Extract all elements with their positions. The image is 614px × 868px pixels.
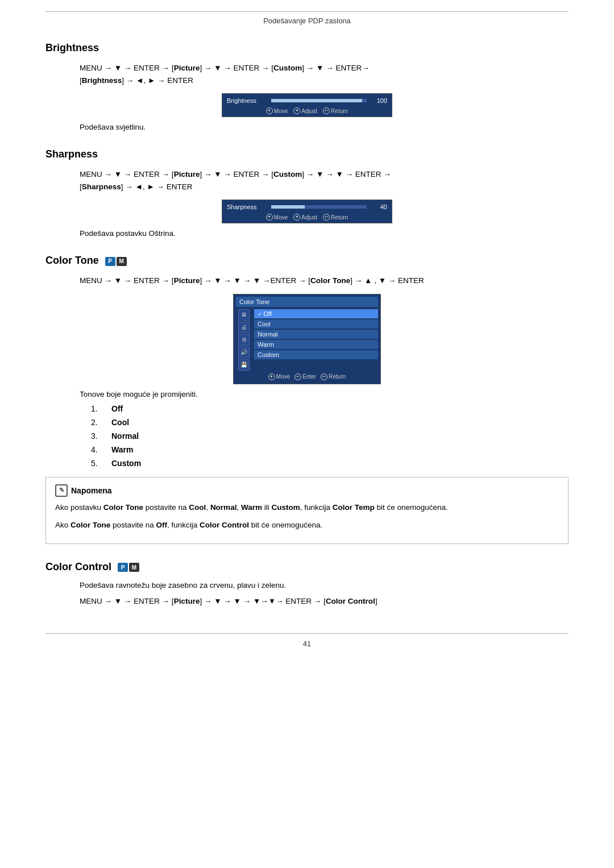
brightness-slider-track [271,99,367,102]
sharpness-instruction: MENU → ▼ → ENTER → [Picture] → ▼ → ENTER… [80,168,569,193]
colortone-section: Color Tone P M MENU → ▼ → ENTER → [Pictu… [45,255,569,543]
sharpness-section: Sharpness MENU → ▼ → ENTER → [Picture] →… [45,148,569,238]
brightness-slider-fill [271,99,362,102]
ct-option-warm: Warm [254,340,378,349]
colorcontrol-badge-p: P [118,563,128,572]
icon-print: 🖨 [238,322,250,333]
list-item: 5. Custom [91,459,569,468]
colortone-instruction: MENU → ▼ → ENTER → [Picture] → ▼ → ▼ → ▼… [80,275,569,287]
note-text-2: Ako Color Tone postavite na Off, funkcij… [55,519,559,532]
note-icon: ✎ [55,484,68,497]
icon-sound: 🔊 [238,347,250,358]
brightness-ctrl-return: ↩ Return [323,107,348,114]
page-number: 41 [45,639,569,648]
icon-monitor: 🖥 [238,309,250,321]
ct-ctrl-return: ↩ Return [321,373,346,380]
sharpness-description: Podešava postavku Oštrina. [80,229,569,238]
badge-m: M [117,257,127,266]
colorcontrol-description: Podešava ravnotežu boje zasebno za crven… [80,581,569,589]
brightness-instruction: MENU → ▼ → ENTER → [Picture] → ▼ → ENTER… [80,62,569,86]
note-title: ✎ Napomena [55,484,559,497]
ct-option-off: Off [254,309,378,318]
header-title: Podešavanje PDP zaslona [263,16,351,25]
colortone-screenshot: Color Tone 🖥 🖨 ⚙ 🔊 💾 Off Cool Normal War… [233,294,381,384]
ct-option-custom: Custom [254,350,378,359]
colortone-controls: ✦ Move ↵ Enter ↩ Return [236,372,378,381]
sharpness-screenshot: Sharpness 40 ✦ Move ✦ Adjust ↩ Return [222,200,392,223]
colorcontrol-heading: Color Control P M [45,561,569,573]
brightness-heading: Brightness [45,42,569,54]
brightness-screenshot: Brightness 100 ✦ Move ✦ Adjust ↩ Return [222,93,392,117]
sharpness-heading: Sharpness [45,148,569,160]
colortone-list: 1. Off 2. Cool 3. Normal 4. Warm 5. Cust… [91,404,569,468]
list-item: 4. Warm [91,445,569,454]
brightness-slider-value: 100 [371,97,387,104]
sharpness-slider-label: Sharpness [227,203,267,210]
list-item: 3. Normal [91,431,569,441]
colorcontrol-badge-m: M [129,563,139,572]
brightness-controls: ✦ Move ✦ Adjust ↩ Return [227,106,387,114]
sharpness-slider-fill [271,205,305,209]
colortone-screenshot-title: Color Tone [236,297,378,307]
colortone-icons: 🖥 🖨 ⚙ 🔊 💾 [236,308,252,372]
colorcontrol-badge: P M [118,563,139,572]
colortone-description: Tonove boje moguće je promijeniti. [80,390,569,398]
sharpness-ctrl-move: ✦ Move [266,214,288,221]
return-icon: ↩ [323,107,330,114]
sharpness-slider-value: 40 [371,203,387,210]
move-icon-2: ✦ [266,214,273,221]
brightness-slider-label: Brightness [227,97,267,104]
brightness-description: Podešava svjetlinu. [80,123,569,131]
ct-ctrl-move: ✦ Move [268,373,290,380]
colortone-options: Off Cool Normal Warm Custom [254,308,378,372]
icon-settings: ⚙ [238,334,250,346]
colorcontrol-instruction: MENU → ▼ → ENTER → [Picture] → ▼ → ▼ → ▼… [80,595,569,608]
colorcontrol-section: Color Control P M Podešava ravnotežu boj… [45,561,569,608]
note-box: ✎ Napomena Ako postavku Color Tone posta… [45,477,569,544]
move-icon: ✦ [266,107,273,114]
brightness-section: Brightness MENU → ▼ → ENTER → [Picture] … [45,42,569,131]
colortone-badge: P M [105,257,127,266]
ct-enter-icon: ↵ [294,373,301,380]
list-item: 2. Cool [91,418,569,427]
ct-return-icon: ↩ [321,373,327,380]
colortone-body: 🖥 🖨 ⚙ 🔊 💾 Off Cool Normal Warm Custom [236,308,378,372]
list-item: 1. Off [91,404,569,413]
colortone-heading: Color Tone P M [45,255,569,267]
brightness-ctrl-adjust: ✦ Adjust [293,107,317,114]
sharpness-ctrl-return: ↩ Return [323,214,348,221]
page-footer [45,624,569,634]
ct-option-normal: Normal [254,330,378,339]
sharpness-controls: ✦ Move ✦ Adjust ↩ Return [227,213,387,221]
adjust-icon: ✦ [293,107,300,114]
adjust-icon-2: ✦ [293,214,300,221]
badge-p: P [105,257,115,266]
return-icon-2: ↩ [323,214,330,221]
page-header: Podešavanje PDP zaslona [45,11,569,25]
note-text-1: Ako postavku Color Tone postavite na Coo… [55,501,559,514]
sharpness-ctrl-adjust: ✦ Adjust [293,214,317,221]
sharpness-slider-track [271,205,367,209]
ct-move-icon: ✦ [268,373,275,380]
icon-save: 💾 [238,359,250,371]
ct-option-cool: Cool [254,319,378,329]
ct-ctrl-enter: ↵ Enter [294,373,316,380]
brightness-ctrl-move: ✦ Move [266,107,288,114]
